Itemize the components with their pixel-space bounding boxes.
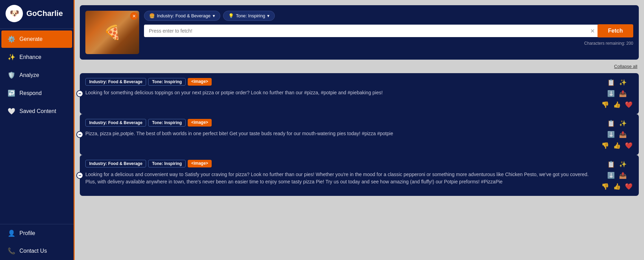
remove-image-button[interactable]: ✕ [130,12,138,20]
sidebar-bottom: 👤 Profile 📞 Contact Us [0,224,74,260]
image-upload-area[interactable]: 🍕 ✕ [85,11,139,54]
generate-icon: ⚙️ [8,35,15,43]
brand-name: GoCharlie [26,9,63,18]
sidebar-logo: 🐶 GoCharlie [0,0,74,27]
heart-button[interactable]: ❤️ [624,100,633,109]
result-card: −Industry: Food & BeverageTone: Inspirin… [80,73,639,114]
share-button[interactable]: 📤 [618,171,627,180]
card-content: Industry: Food & BeverageTone: Inspiring… [85,160,597,191]
bulb-icon: 💡 [228,13,234,18]
action-row-3: 👎👍❤️ [601,182,633,191]
download-button[interactable]: ⬇️ [607,89,616,98]
share-button[interactable]: 📤 [618,130,627,139]
sidebar-item-enhance[interactable]: ✨ Enhance [1,49,72,66]
chevron-down-icon: ▾ [267,13,270,18]
action-row-1: 📋✨ [607,119,627,128]
sidebar-item-label: Generate [19,36,43,42]
card-text: Pizza, pizza pie,potpie. The best of bot… [85,130,597,137]
industry-filter-button[interactable]: 🍔 Industry: Food & Beverage ▾ [144,11,220,21]
thumbsdown-button[interactable]: 👎 [601,182,610,191]
sidebar-item-label: Analyze [19,72,39,78]
action-row-2: ⬇️📤 [607,89,627,98]
download-button[interactable]: ⬇️ [607,130,616,139]
collapse-row: Collapse all [80,64,639,69]
industry-tag: Industry: Food & Beverage [85,78,146,86]
card-actions: 📋✨⬇️📤👎👍❤️ [601,78,633,109]
sidebar-item-label: Enhance [19,54,41,60]
sidebar-item-respond[interactable]: ↩️ Respond [1,85,72,102]
profile-icon: 👤 [8,229,15,237]
action-row-1: 📋✨ [607,78,627,87]
results-container: −Industry: Food & BeverageTone: Inspirin… [80,73,639,196]
sidebar-item-contact[interactable]: 📞 Contact Us [1,242,72,260]
sparkle-button[interactable]: ✨ [618,160,627,169]
copy-button[interactable]: 📋 [607,78,616,87]
thumbsdown-button[interactable]: 👎 [601,100,610,109]
tone-tag: Tone: Inspiring [148,119,186,127]
image-tag: <image> [188,160,212,167]
right-controls: 🍔 Industry: Food & Beverage ▾ 💡 Tone: In… [144,11,633,46]
tone-tag: Tone: Inspiring [148,78,186,86]
sidebar-item-saved[interactable]: 🤍 Saved Content [1,103,72,120]
sidebar-item-label: Profile [19,230,35,236]
search-input[interactable] [144,25,599,37]
thumbsup-button[interactable]: 👍 [612,100,621,109]
chars-remaining: Characters remaining: 200 [144,41,633,46]
action-row-2: ⬇️📤 [607,171,627,180]
card-content: Industry: Food & BeverageTone: Inspiring… [85,119,597,150]
sidebar-item-label: Contact Us [19,248,47,254]
download-button[interactable]: ⬇️ [607,171,616,180]
respond-icon: ↩️ [8,89,15,97]
card-content: Industry: Food & BeverageTone: Inspiring… [85,78,597,109]
action-row-1: 📋✨ [607,160,627,169]
tone-tag: Tone: Inspiring [148,160,186,167]
fetch-button[interactable]: Fetch [598,24,633,37]
tone-filter-button[interactable]: 💡 Tone: Inspiring ▾ [223,11,275,21]
saved-icon: 🤍 [8,107,15,115]
top-panel: 🍕 ✕ 🍔 Industry: Food & Beverage ▾ 💡 Tone… [80,5,639,60]
clear-search-button[interactable]: ✕ [590,28,595,34]
copy-button[interactable]: 📋 [607,119,616,128]
card-text: Looking for something delicious toppings… [85,89,597,96]
thumbsup-button[interactable]: 👍 [612,141,621,150]
sidebar-item-analyze[interactable]: 🛡️ Analyze [1,67,72,84]
heart-button[interactable]: ❤️ [624,141,633,150]
thumbsup-button[interactable]: 👍 [612,182,621,191]
collapse-card-button[interactable]: − [76,172,83,179]
filter-row: 🍔 Industry: Food & Beverage ▾ 💡 Tone: In… [144,11,633,21]
sidebar-item-label: Saved Content [19,108,56,114]
logo-icon: 🐶 [6,5,23,22]
collapse-card-button[interactable]: − [76,131,83,138]
action-row-2: ⬇️📤 [607,130,627,139]
action-row-3: 👎👍❤️ [601,100,633,109]
main-content: 🍕 ✕ 🍔 Industry: Food & Beverage ▾ 💡 Tone… [75,0,644,260]
thumbsdown-button[interactable]: 👎 [601,141,610,150]
chevron-down-icon: ▾ [213,13,215,18]
share-button[interactable]: 📤 [618,89,627,98]
collapse-card-button[interactable]: − [76,90,83,97]
contact-icon: 📞 [8,247,15,255]
industry-tag: Industry: Food & Beverage [85,119,146,127]
tone-filter-label: Tone: Inspiring [236,13,265,18]
heart-button[interactable]: ❤️ [624,182,633,191]
image-tag: <image> [188,78,212,86]
collapse-all-button[interactable]: Collapse all [614,64,637,69]
card-actions: 📋✨⬇️📤👎👍❤️ [601,160,633,191]
sparkle-button[interactable]: ✨ [618,119,627,128]
image-tag: <image> [188,119,212,127]
tag-row: Industry: Food & BeverageTone: Inspiring… [85,160,597,167]
sidebar: 🐶 GoCharlie ⚙️ Generate ✨ Enhance 🛡️ Ana… [0,0,75,260]
result-card: −Industry: Food & BeverageTone: Inspirin… [80,114,639,155]
card-text: Looking for a delicious and convenient w… [85,171,597,185]
tag-row: Industry: Food & BeverageTone: Inspiring… [85,78,597,86]
sidebar-item-profile[interactable]: 👤 Profile [1,225,72,242]
card-actions: 📋✨⬇️📤👎👍❤️ [601,119,633,150]
analyze-icon: 🛡️ [8,71,15,79]
sidebar-item-generate[interactable]: ⚙️ Generate [1,31,72,48]
sidebar-item-label: Respond [19,90,42,96]
industry-tag: Industry: Food & Beverage [85,160,146,167]
sparkle-button[interactable]: ✨ [618,78,627,87]
enhance-icon: ✨ [8,53,15,61]
result-card: −Industry: Food & BeverageTone: Inspirin… [80,155,639,196]
copy-button[interactable]: 📋 [607,160,616,169]
